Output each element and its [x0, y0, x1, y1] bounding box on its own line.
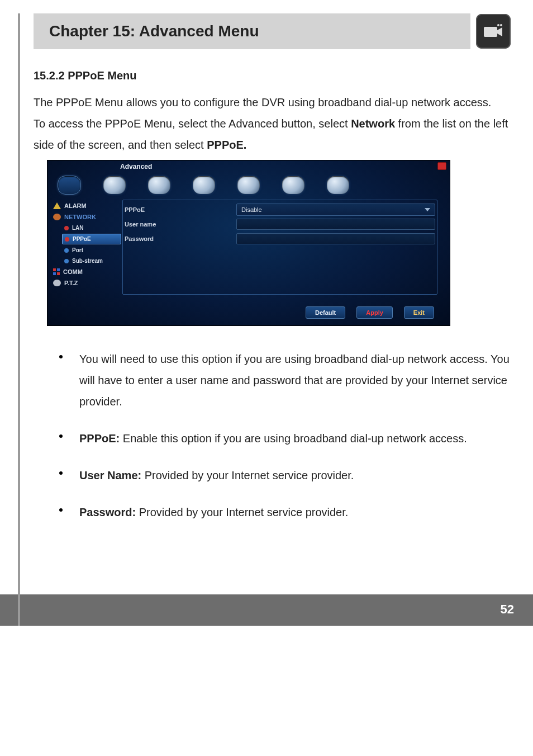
sidebar-item-substream[interactable]: Sub-stream [62, 256, 118, 266]
sidebar-label-lan: LAN [72, 225, 84, 231]
bullet-icon [59, 355, 63, 358]
chapter-title: Chapter 15: Advanced Menu [34, 13, 470, 49]
sidebar-label-comm: COMM [63, 268, 83, 275]
bullet-icon [59, 508, 63, 512]
label-password: Password [125, 235, 236, 242]
sidebar-item-network[interactable]: NETWORK [51, 212, 118, 222]
sidebar-item-port[interactable]: Port [62, 245, 118, 255]
dot-icon [65, 237, 69, 242]
bullet-3-text: Provided by your Internet service provid… [141, 469, 354, 481]
tab-icon-2[interactable] [103, 176, 126, 194]
close-icon[interactable] [437, 162, 446, 170]
dot-icon [64, 248, 69, 253]
page-number: 52 [501, 602, 514, 616]
tab-icon-6[interactable] [282, 176, 304, 194]
ptz-icon [53, 280, 61, 286]
comm-icon [53, 268, 60, 275]
bullet-3: User Name: Provided by your Internet ser… [79, 465, 511, 486]
sidebar-label-network: NETWORK [64, 214, 96, 220]
window-title: Advanced [120, 163, 152, 171]
sidebar-label-pppoe: PPPoE [73, 236, 91, 242]
label-username: User name [125, 221, 236, 228]
paragraph-2: To access the PPPoE Menu, select the Adv… [34, 113, 511, 155]
sidebar: ALARM NETWORK LAN PPPoE Port [51, 200, 118, 289]
apply-button[interactable]: Apply [356, 306, 393, 319]
sidebar-item-pppoe[interactable]: PPPoE [62, 234, 121, 244]
page-footer: 52 [0, 594, 533, 626]
bullet-3-label: User Name: [79, 469, 141, 481]
sidebar-item-alarm[interactable]: ALARM [51, 201, 118, 211]
input-username[interactable] [236, 219, 435, 230]
sidebar-item-comm[interactable]: COMM [51, 267, 118, 277]
label-pppoe: PPPoE [125, 206, 236, 213]
sidebar-label-substream: Sub-stream [72, 258, 103, 264]
dot-icon [64, 259, 69, 263]
bullet-4-text: Provided by your Internet service provid… [136, 506, 348, 518]
sidebar-label-ptz: P.T.Z [64, 280, 78, 286]
dvr-screenshot: Advanced ALARM NETWORK [47, 160, 450, 326]
sidebar-item-lan[interactable]: LAN [62, 223, 118, 233]
paragraph-2-pre: To access the PPPoE Menu, select the Adv… [34, 117, 351, 130]
paragraph-2-bold-network: Network [351, 117, 395, 130]
camera-badge-icon [476, 14, 511, 49]
chevron-down-icon [425, 208, 430, 211]
exit-button-label: Exit [413, 309, 425, 316]
bullet-2-label: PPPoE: [79, 432, 120, 445]
bullet-4-label: Password: [79, 506, 136, 518]
exit-button[interactable]: Exit [404, 306, 434, 319]
paragraph-2-bold-pppoe: PPPoE. [207, 139, 246, 151]
section-heading: 15.2.2 PPPoE Menu [34, 65, 511, 86]
select-pppoe[interactable]: Disable [236, 204, 435, 216]
left-vertical-rule [18, 13, 20, 626]
svg-point-2 [500, 24, 502, 26]
paragraph-1: The PPPoE Menu allows you to configure t… [34, 92, 511, 113]
bullet-icon [59, 471, 63, 475]
bullet-4: Password: Provided by your Internet serv… [79, 502, 511, 523]
svg-point-1 [497, 24, 499, 26]
default-button-label: Default [315, 309, 336, 316]
bullet-icon [59, 434, 63, 438]
bullet-2: PPPoE: Enable this option if you are usi… [79, 428, 511, 449]
network-icon [53, 214, 61, 220]
dot-icon [64, 226, 69, 230]
tab-icon-1[interactable] [58, 176, 81, 195]
bullet-1: You will need to use this option if you … [79, 348, 511, 412]
sidebar-label-alarm: ALARM [64, 202, 87, 209]
sidebar-item-ptz[interactable]: P.T.Z [51, 278, 118, 288]
alarm-icon [53, 202, 61, 209]
tab-icon-4[interactable] [193, 176, 215, 194]
tab-icon-5[interactable] [237, 176, 260, 194]
bullet-2-text: Enable this option if you are using broa… [120, 432, 467, 445]
svg-rect-0 [484, 27, 497, 37]
select-pppoe-value: Disable [241, 206, 262, 213]
sidebar-label-port: Port [72, 247, 83, 253]
default-button[interactable]: Default [306, 306, 345, 319]
apply-button-label: Apply [366, 309, 383, 316]
input-password[interactable] [236, 233, 435, 244]
tab-icon-7[interactable] [327, 176, 349, 194]
tab-icon-3[interactable] [148, 176, 170, 194]
top-tab-bar [58, 174, 440, 196]
